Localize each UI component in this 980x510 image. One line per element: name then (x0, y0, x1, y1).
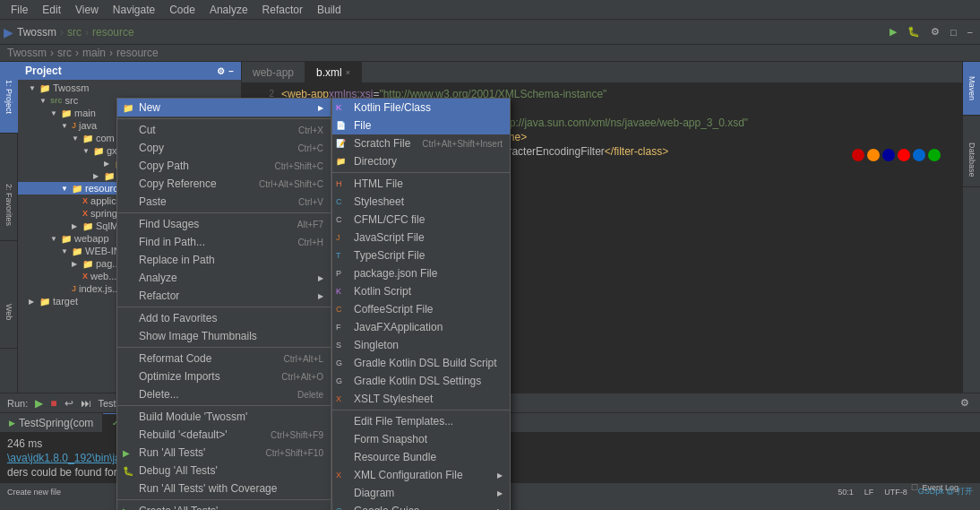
event-log-checkbox[interactable]: ☐ (911, 483, 918, 492)
step-icon-btn[interactable]: ⏭ (81, 397, 91, 410)
sidebar-tab-web[interactable]: Web (0, 277, 18, 349)
menu-item-show-thumbnails[interactable]: Show Image Thumbnails (117, 327, 331, 345)
menu-item-rebuild[interactable]: Rebuild '<default>' Ctrl+Shift+F9 (117, 426, 331, 444)
menu-code[interactable]: Code (162, 2, 202, 18)
menu-item-add-favorites[interactable]: Add to Favorites (117, 309, 331, 327)
menu-item-find-in-path[interactable]: Find in Path... Ctrl+H (117, 233, 331, 251)
run-icon-btn[interactable]: ▶ (35, 397, 43, 410)
minimize-button[interactable]: − (964, 25, 976, 39)
submenu-item-xml-config[interactable]: X XML Configuration File ▶ (332, 466, 510, 484)
stop-icon-btn[interactable]: ■ (50, 397, 56, 410)
submenu-item-edit-templates[interactable]: Edit File Templates... (332, 412, 510, 430)
editor-tab-webapp[interactable]: web-app (242, 62, 305, 82)
menu-item-refactor[interactable]: Refactor ▶ (117, 287, 331, 305)
menu-file[interactable]: File (4, 2, 35, 18)
menu-item-copy-reference[interactable]: Copy Reference Ctrl+Alt+Shift+C (117, 175, 331, 193)
panel-settings-icon[interactable]: ⚙ (217, 66, 225, 76)
browser-btn-edge[interactable] (913, 149, 925, 161)
submenu-item-resource-bundle[interactable]: Resource Bundle (332, 448, 510, 466)
menu-item-run-all-tests[interactable]: ▶ Run 'All Tests' Ctrl+Shift+F10 (117, 444, 331, 462)
springn-file-icon: X (82, 209, 88, 218)
tree-item-twossm[interactable]: ▼ Twossm (18, 82, 241, 94)
menu-item-cut[interactable]: Cut Ctrl+X (117, 121, 331, 139)
submenu-item-google-guice[interactable]: G Google Guice ▶ (332, 502, 510, 510)
right-tab-maven[interactable]: Maven (963, 62, 980, 116)
menu-item-run-with-coverage[interactable]: Run 'All Tests' with Coverage (117, 480, 331, 497)
menu-item-delete[interactable]: Delete... Delete (117, 385, 331, 403)
menu-item-optimize-imports[interactable]: Optimize Imports Ctrl+Alt+O (117, 367, 331, 385)
menu-edit[interactable]: Edit (35, 2, 68, 18)
menu-item-copy-path[interactable]: Copy Path Ctrl+Shift+C (117, 157, 331, 175)
settings-button[interactable]: ⚙ (927, 24, 943, 39)
menu-build[interactable]: Build (310, 2, 348, 18)
menu-item-replace-in-path[interactable]: Replace in Path (117, 251, 331, 269)
menu-item-analyze[interactable]: Analyze ▶ (117, 269, 331, 287)
menu-view[interactable]: View (68, 2, 106, 18)
browser-btn-safari[interactable] (928, 149, 941, 161)
test-spring-tab[interactable]: ▶ TestSpring(com (0, 413, 103, 432)
debug-button[interactable]: 🐛 (904, 24, 924, 39)
submenu-item-xslt[interactable]: X XSLT Stylesheet (332, 390, 510, 408)
submenu-item-typescript[interactable]: T TypeScript File (332, 246, 510, 264)
path-bar: Twossm › src › main › resource (0, 45, 980, 62)
java-folder-icon: J (72, 121, 76, 130)
separator-4 (117, 347, 331, 348)
panel-minimize-icon[interactable]: − (228, 66, 234, 76)
singleton-icon: S (336, 341, 341, 350)
menu-item-new[interactable]: 📁 New ▶ (117, 99, 331, 117)
left-sidebar-tabs: 1: Project 2: Favorites Web (0, 62, 18, 393)
file-icon: 📄 (336, 121, 346, 130)
submenu-item-javafx[interactable]: F JavaFXApplication (332, 318, 510, 336)
menu-item-copy[interactable]: Copy Ctrl+C (117, 139, 331, 157)
menu-item-paste[interactable]: Paste Ctrl+V (117, 193, 331, 211)
submenu-item-javascript[interactable]: J JavaScript File (332, 229, 510, 246)
submenu-item-form-snapshot[interactable]: Form Snapshot (332, 430, 510, 448)
run-icon: ▶ (123, 448, 130, 458)
js-icon: J (336, 233, 340, 242)
submenu-item-stylesheet[interactable]: C Stylesheet (332, 193, 510, 211)
menu-item-create-all-tests[interactable]: ▶ Create 'All Tests'... (117, 502, 331, 510)
settings-run-button[interactable]: ⚙ (957, 395, 973, 411)
browser-btn-firefox[interactable] (867, 149, 880, 161)
submenu-item-directory[interactable]: 📁 Directory (332, 152, 510, 170)
event-log-label[interactable]: Event Log (922, 483, 959, 492)
submenu-item-file[interactable]: 📄 File (332, 117, 510, 134)
submenu-item-packagejson[interactable]: P package.json File (332, 264, 510, 282)
editor-tab-bxml[interactable]: b.xml × (305, 62, 362, 82)
separator-1 (117, 118, 331, 119)
menu-item-debug-all-tests[interactable]: 🐛 Debug 'All Tests' (117, 462, 331, 480)
submenu-item-gradle-settings[interactable]: G Gradle Kotlin DSL Settings (332, 372, 510, 390)
menu-item-find-usages[interactable]: Find Usages Alt+F7 (117, 215, 331, 233)
submenu-item-diagram[interactable]: Diagram ▶ (332, 484, 510, 502)
path-main: main (82, 47, 106, 59)
sidebar-tab-favorites[interactable]: 2: Favorites (0, 169, 18, 241)
create-icon: ▶ (123, 506, 130, 511)
submenu-item-scratch[interactable]: 📝 Scratch File Ctrl+Alt+Shift+Insert (332, 134, 510, 152)
browser-btn-ie[interactable] (882, 149, 895, 161)
npm-icon: P (336, 269, 341, 278)
project-name: Twossm (17, 26, 56, 39)
run-button[interactable]: ▶ (886, 24, 900, 39)
menu-navigate[interactable]: Navigate (106, 2, 162, 18)
rerun-icon-btn[interactable]: ↩ (64, 397, 73, 410)
submenu-item-coffeescript[interactable]: C CoffeeScript File (332, 300, 510, 318)
browser-btn-chrome[interactable] (852, 149, 864, 161)
layout-button[interactable]: □ (947, 25, 960, 39)
close-tab-icon[interactable]: × (346, 68, 350, 77)
submenu-item-singleton[interactable]: S Singleton (332, 336, 510, 354)
separator2: › (85, 26, 89, 39)
menu-item-build-module[interactable]: Build Module 'Twossm' (117, 408, 331, 426)
menu-item-reformat[interactable]: Reformat Code Ctrl+Alt+L (117, 350, 331, 367)
submenu-item-cfml[interactable]: C CFML/CFC file (332, 211, 510, 229)
submenu-item-gradle-build[interactable]: G Gradle Kotlin DSL Build Script (332, 354, 510, 372)
gradle-settings-icon: G (336, 376, 342, 385)
browser-btn-opera[interactable] (898, 149, 910, 161)
right-tab-database[interactable]: Database (963, 134, 980, 187)
submenu-item-kotlin-class[interactable]: K Kotlin File/Class (332, 99, 510, 117)
menu-refactor[interactable]: Refactor (255, 2, 310, 18)
menu-analyze[interactable]: Analyze (202, 2, 255, 18)
sidebar-tab-project[interactable]: 1: Project (0, 62, 18, 134)
create-new-file-label: Create new file (7, 488, 61, 497)
submenu-item-kotlin-script[interactable]: K Kotlin Script (332, 282, 510, 300)
submenu-item-html[interactable]: H HTML File (332, 175, 510, 193)
